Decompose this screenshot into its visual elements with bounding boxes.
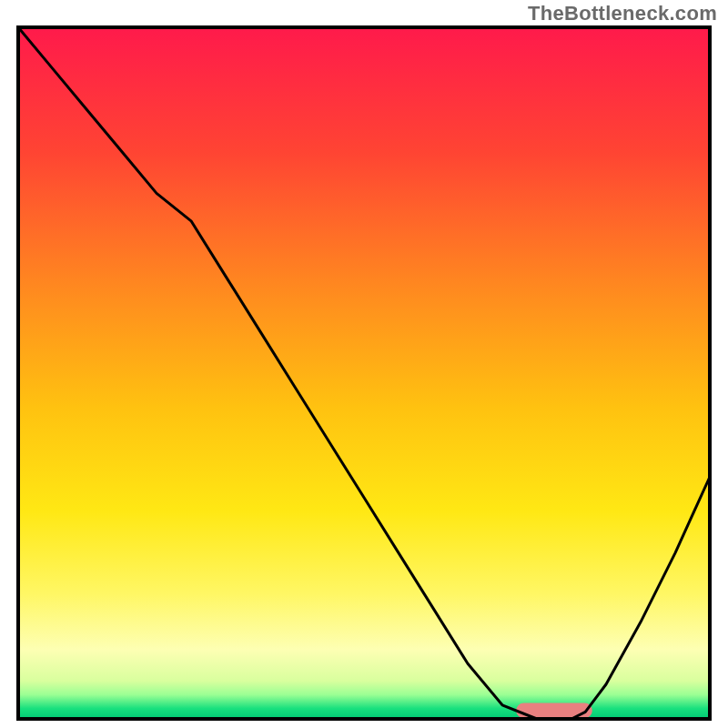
bottleneck-chart: TheBottleneck.com bbox=[0, 0, 728, 728]
gradient-background bbox=[18, 27, 710, 719]
watermark-text: TheBottleneck.com bbox=[528, 2, 717, 25]
chart-svg bbox=[0, 0, 728, 728]
